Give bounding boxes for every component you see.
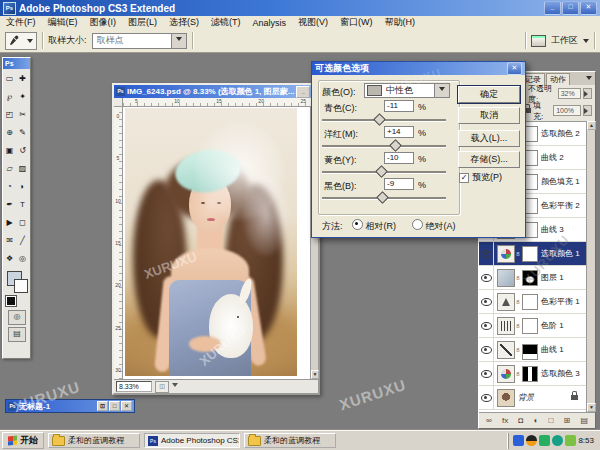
- doc-minimize-button[interactable]: _: [296, 86, 310, 98]
- magenta-slider[interactable]: [322, 145, 446, 147]
- load-button[interactable]: 载入(L)...: [458, 130, 520, 147]
- document-titlebar[interactable]: Ps IMG_6243.psd @ 8.33% (选取颜色 1, 图层蒙... …: [114, 85, 318, 98]
- tool-preset-picker[interactable]: [5, 32, 37, 50]
- layer-name[interactable]: 色彩平衡 1: [541, 296, 580, 307]
- healing-brush-tool-icon[interactable]: ⊕: [3, 123, 16, 141]
- layer-row[interactable]: 8 图层 1: [479, 266, 586, 290]
- layer-name[interactable]: 颜色填充 1: [541, 176, 580, 187]
- move-tool-icon[interactable]: ✚: [16, 69, 29, 87]
- fill-field[interactable]: 100%: [553, 105, 581, 116]
- fill-arrow-icon[interactable]: [583, 105, 592, 116]
- visibility-toggle[interactable]: [479, 290, 494, 313]
- add-mask-button[interactable]: ◘: [518, 416, 523, 425]
- delete-layer-button[interactable]: ▤: [580, 416, 588, 425]
- app-titlebar[interactable]: Ps Adobe Photoshop CS3 Extended _ □ ✕: [0, 0, 600, 16]
- menu-image[interactable]: 图像(I): [84, 16, 123, 29]
- eyedropper-tool-icon[interactable]: ╱: [16, 231, 29, 249]
- minimized-document[interactable]: Ps 无标题-1 ⊡ □ ✕: [5, 399, 135, 413]
- hand-tool-icon[interactable]: ❖: [3, 249, 16, 267]
- layer-name[interactable]: 曲线 1: [541, 344, 564, 355]
- layer-name[interactable]: 背景: [518, 392, 534, 403]
- menu-view[interactable]: 视图(V): [292, 16, 334, 29]
- pen-tool-icon[interactable]: ✒: [3, 195, 16, 213]
- type-tool-icon[interactable]: T: [16, 195, 29, 213]
- combo-arrow-button[interactable]: [171, 34, 186, 48]
- taskbar-item-folder-1[interactable]: 柔和的蓝调教程: [48, 433, 140, 448]
- tray-icon-blue[interactable]: [513, 435, 524, 446]
- yellow-value[interactable]: -10: [384, 152, 414, 164]
- panel-scrollbar[interactable]: ▲ ▼: [586, 121, 595, 412]
- gradient-tool-icon[interactable]: ▨: [16, 159, 29, 177]
- lasso-tool-icon[interactable]: ℘: [3, 87, 16, 105]
- visibility-toggle[interactable]: [479, 266, 494, 289]
- layer-mask-thumbnail[interactable]: [522, 270, 538, 286]
- workspace-button[interactable]: 工作区: [551, 34, 578, 47]
- link-layers-button[interactable]: ∞: [486, 416, 492, 425]
- layer-row[interactable]: 8 选取颜色 3: [479, 362, 586, 386]
- document-window[interactable]: Ps IMG_6243.psd @ 8.33% (选取颜色 1, 图层蒙... …: [112, 83, 320, 395]
- tray-icon-leaf[interactable]: [565, 435, 576, 446]
- shape-tool-icon[interactable]: ◻: [16, 213, 29, 231]
- layer-row-background[interactable]: 背景: [479, 386, 586, 410]
- menu-window[interactable]: 窗口(W): [334, 16, 379, 29]
- maximize-button[interactable]: □: [562, 1, 579, 15]
- selective-color-dialog[interactable]: 可选颜色选项 ✕ 颜色(O): 中性色 青色(C): -11 % 洋红(M): …: [311, 61, 526, 238]
- slice-tool-icon[interactable]: ✂: [16, 105, 29, 123]
- taskbar-item-photoshop[interactable]: Ps Adobe Photoshop CS3 E...: [144, 433, 240, 448]
- photo-canvas[interactable]: XURUXU XURUXU: [125, 108, 297, 376]
- minimize-button[interactable]: _: [544, 1, 561, 15]
- tray-icon-teal[interactable]: [552, 435, 563, 446]
- scroll-up-icon[interactable]: ▲: [587, 121, 596, 130]
- layer-row[interactable]: 8 曲线 1: [479, 338, 586, 362]
- method-absolute-radio[interactable]: 绝对(A): [412, 219, 456, 233]
- menu-help[interactable]: 帮助(H): [379, 16, 422, 29]
- layer-thumbnail[interactable]: [497, 341, 515, 359]
- adjustment-layer-button[interactable]: ◐: [533, 416, 538, 425]
- new-layer-button[interactable]: ⊞: [563, 416, 570, 425]
- layer-thumbnail[interactable]: [497, 245, 515, 263]
- layer-thumbnail[interactable]: [497, 269, 515, 287]
- dodge-tool-icon[interactable]: ◗: [16, 177, 29, 195]
- tray-icon-qq[interactable]: [526, 435, 537, 446]
- visibility-toggle[interactable]: [479, 314, 494, 337]
- layer-name[interactable]: 曲线 3: [541, 224, 564, 235]
- layer-name[interactable]: 色阶 1: [541, 320, 564, 331]
- clone-stamp-tool-icon[interactable]: ▣: [3, 141, 16, 159]
- black-slider[interactable]: [322, 197, 446, 199]
- canvas-area[interactable]: XURUXU XURUXU: [123, 107, 310, 379]
- path-select-tool-icon[interactable]: ▶: [3, 213, 16, 231]
- layer-thumbnail[interactable]: [497, 365, 515, 383]
- layer-mask-thumbnail[interactable]: [522, 366, 538, 382]
- history-brush-tool-icon[interactable]: ↺: [16, 141, 29, 159]
- restore-button[interactable]: ⊡: [97, 401, 108, 411]
- quick-mask-button[interactable]: ◎: [8, 310, 26, 325]
- dialog-close-icon[interactable]: ✕: [507, 62, 522, 75]
- cancel-button[interactable]: 取消: [458, 107, 520, 124]
- screen-mode-button[interactable]: ▤: [8, 327, 26, 342]
- yellow-slider[interactable]: [322, 171, 446, 173]
- toolbox-header[interactable]: Ps: [3, 58, 30, 69]
- visibility-toggle[interactable]: [479, 338, 494, 361]
- layer-name[interactable]: 曲线 2: [541, 152, 564, 163]
- visibility-toggle[interactable]: [479, 362, 494, 385]
- scroll-down-icon[interactable]: ▼: [311, 370, 319, 379]
- zoom-field[interactable]: 8.33%: [116, 381, 152, 392]
- black-value[interactable]: -9: [384, 178, 414, 190]
- maximize-button[interactable]: □: [109, 401, 120, 411]
- magic-wand-tool-icon[interactable]: ✦: [16, 87, 29, 105]
- layer-row-selected[interactable]: 8 选取颜色 1: [479, 242, 586, 266]
- brush-tool-icon[interactable]: ✎: [16, 123, 29, 141]
- layer-name[interactable]: 选取颜色 2: [541, 128, 580, 139]
- menu-select[interactable]: 选择(S): [163, 16, 205, 29]
- close-button[interactable]: ✕: [580, 1, 597, 15]
- layer-name[interactable]: 选取颜色 1: [541, 248, 580, 259]
- combo-arrow-button[interactable]: [434, 84, 449, 97]
- cyan-value[interactable]: -11: [384, 100, 414, 112]
- opacity-field[interactable]: 32%: [558, 88, 581, 99]
- panel-menu-icon[interactable]: [586, 76, 592, 83]
- ok-button[interactable]: 确定: [458, 86, 520, 103]
- sample-size-select[interactable]: 取样点: [92, 33, 187, 49]
- color-select[interactable]: 中性色: [364, 83, 450, 98]
- marquee-tool-icon[interactable]: ▭: [3, 69, 16, 87]
- cyan-slider[interactable]: [322, 119, 446, 121]
